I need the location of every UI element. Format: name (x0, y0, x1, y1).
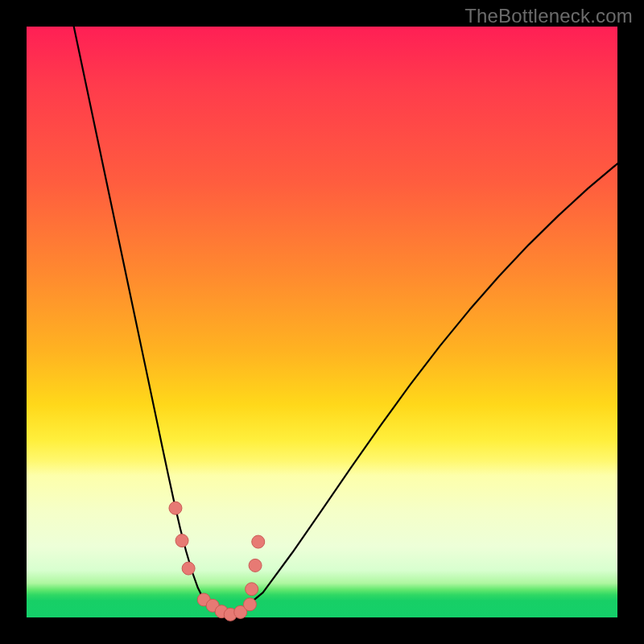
bottleneck-curve (74, 27, 617, 614)
marker-point (249, 559, 262, 572)
plot-area (27, 27, 617, 617)
chart-svg (27, 27, 617, 617)
marker-point (175, 535, 188, 547)
curve-layer (74, 27, 617, 614)
watermark-text: TheBottleneck.com (464, 5, 633, 27)
marker-point (169, 502, 182, 514)
marker-point (243, 598, 256, 611)
marker-point (252, 535, 265, 548)
chart-stage: TheBottleneck.com (0, 0, 644, 644)
markers-layer (169, 502, 265, 621)
marker-point (182, 562, 195, 575)
marker-point (246, 583, 258, 596)
